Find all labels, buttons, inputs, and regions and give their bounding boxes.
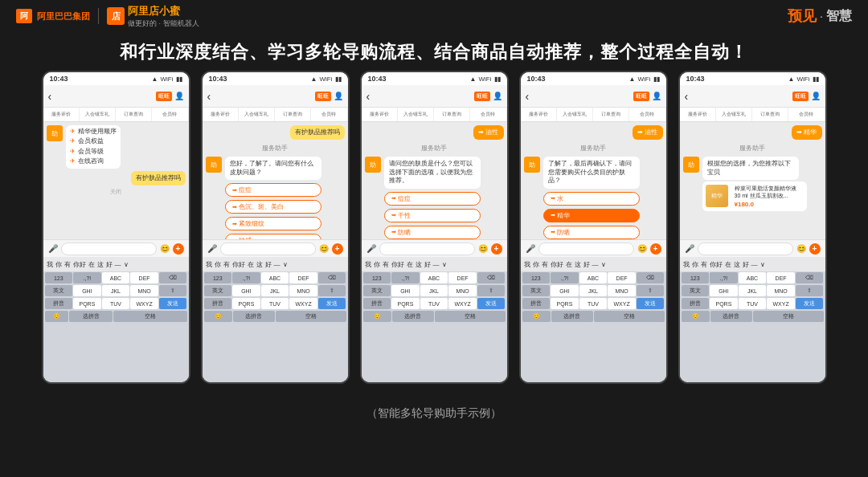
option-2-2[interactable]: 色沉、斑、美白 — [225, 200, 321, 214]
time-4: 10:43 — [527, 75, 546, 83]
option-2-3[interactable]: 紧致细纹 — [225, 217, 321, 230]
emoji-icon-2[interactable]: 😊 — [319, 244, 329, 253]
option-3-2[interactable]: 干性 — [384, 209, 481, 222]
user-select-3: ➡ 油性 — [365, 125, 504, 140]
kb-tuv-1[interactable]: TUV — [102, 298, 130, 309]
back-icon-3[interactable]: ‹ — [366, 90, 371, 103]
bot-avatar-2: 助 — [206, 157, 222, 173]
option-2-1[interactable]: 痘痘 — [225, 183, 321, 197]
quick-words-4: 我 你 有 你好 在 这 好 — ∨ — [521, 257, 666, 271]
bot-bubble-2: 您好，了解了。请问您有什么皮肤问题？ — [225, 157, 321, 180]
plus-icon-1[interactable]: + — [173, 243, 184, 255]
status-bar-5: 10:43 ▲WiFi▮▮ — [680, 72, 825, 85]
brand-sub: 做更好的 · 智能机器人 — [128, 18, 199, 29]
input-box-5[interactable] — [698, 243, 793, 255]
kb-wxyz-1[interactable]: WXYZ — [130, 298, 158, 309]
voice-icon-3[interactable]: 🎤 — [366, 244, 376, 253]
kb-pqrs-1[interactable]: PQRS — [73, 298, 101, 309]
chat-header-1: ‹ 旺旺 👤 — [43, 85, 189, 108]
tab-bar-3[interactable]: 服务评价 入会锤车礼 订单查询 会员特 — [362, 108, 507, 122]
chat-content-1: 助 ✈ 精华使用顺序 ✈ 会员权益 — [43, 122, 189, 239]
option-2-4[interactable]: 敏感 — [225, 234, 321, 239]
user-selection-3: ➡ 油性 — [473, 125, 503, 140]
keyboard-1: 123 .,?! ABC DEF ⌫ 英文 GHI JKL MNO ⇧ — [43, 271, 189, 382]
keyboard-2: 123 .,?! ABC DEF ⌫ 英文 GHI JKL MNO ⇧ — [203, 271, 348, 382]
header-left: 阿 阿里巴巴集团 店 阿里店小蜜 做更好的 · 智能机器人 — [16, 4, 199, 29]
tab-bar-1[interactable]: 服务评价 入会锤车礼 订单查询 会员特 — [43, 108, 189, 122]
main-title: 和行业深度结合、学习多轮导购流程、结合商品自动推荐，整个过程全自动！ — [0, 32, 868, 71]
product-card-5[interactable]: 精华 榨菜可果脂活复颜精华液 30 ml 丝瓜玉肌割改... ¥180.0 — [702, 181, 807, 211]
back-icon-5[interactable]: ‹ — [685, 90, 689, 103]
kb-def-1[interactable]: DEF — [130, 272, 158, 283]
phone-3: 10:43 ▲WiFi▮▮ ‹ 旺旺 👤 服务评价 入会锤车礼 — [360, 71, 509, 384]
plus-icon-4[interactable]: + — [650, 243, 661, 255]
dot-separator: · — [820, 10, 823, 22]
back-icon-2[interactable]: ‹ — [207, 90, 211, 103]
phone-4-wrapper: 10:43 ▲WiFi▮▮ ‹ 旺旺 👤 服务评价 入会锤车礼 — [516, 71, 670, 400]
option-3-1[interactable]: 痘痘 — [384, 192, 481, 206]
voice-icon-2[interactable]: 🎤 — [207, 244, 217, 253]
plus-icon-2[interactable]: + — [332, 243, 343, 255]
tab-bar-4[interactable]: 服务评价 入会锤车礼 订单查询 会员特 — [521, 108, 666, 122]
voice-icon-5[interactable]: 🎤 — [685, 244, 694, 253]
user-icon-1: 👤 — [174, 92, 184, 101]
plus-icon-3[interactable]: + — [491, 243, 502, 255]
tab-bar-2[interactable]: 服务评价 入会锤车礼 订单查询 会员特 — [203, 108, 348, 122]
emoji-icon-3[interactable]: 😊 — [478, 244, 488, 253]
tab-bar-5[interactable]: 服务评价 入会锤车礼 订单查询 会员特 — [680, 108, 825, 122]
emoji-icon-1[interactable]: 😊 — [160, 244, 170, 253]
menu-item-1[interactable]: 精华使用顺序 — [78, 128, 117, 136]
kb-jkl-1[interactable]: JKL — [102, 285, 130, 296]
user-selection-4: ➡ 油性 — [633, 125, 662, 140]
user-selection-5: ➡ 精华 — [792, 125, 821, 140]
user-icon-2: 👤 — [334, 92, 343, 101]
input-area-3: 🎤 😊 + — [362, 239, 507, 257]
kb-del-1[interactable]: ⌫ — [159, 272, 187, 283]
chat-header-3: ‹ 旺旺 👤 — [362, 85, 507, 108]
tab-gift-1[interactable]: 入会锤车礼 — [80, 108, 116, 121]
kb-shift-1[interactable]: ⇧ — [159, 285, 187, 296]
tab-member-1[interactable]: 会员特 — [152, 108, 188, 121]
chat-content-3: ➡ 油性 服务助手 助 请问您的肤质是什么？您可以选择下面的选项，以便我为您推荐… — [362, 122, 507, 239]
kb-123-1[interactable]: 123 — [45, 272, 73, 283]
kb-abc-1[interactable]: ABC — [102, 272, 130, 283]
back-icon-1[interactable]: ‹ — [48, 90, 52, 103]
quick-words-5: 我 你 有 你好 在 这 好 — ∨ — [680, 257, 825, 271]
kb-select-pinyin-1[interactable]: 选拼音 — [69, 311, 113, 322]
user-bubble-1: 有护肤品推荐吗 — [131, 171, 186, 186]
kb-mno-1[interactable]: MNO — [130, 285, 158, 296]
kb-emoji-btn-1[interactable]: 😊 — [45, 311, 68, 322]
chat-content-5: ➡ 精华 服务助手 助 根据您的选择，为您推荐以下宝贝 — [680, 122, 825, 239]
input-box-4[interactable] — [538, 243, 634, 255]
kb-punct-1[interactable]: .,?! — [73, 272, 101, 283]
menu-item-3[interactable]: 会员等级 — [78, 148, 104, 156]
kb-send-1[interactable]: 发送 — [159, 298, 187, 309]
status-bar-2: 10:43 ▲WiFi▮▮ — [203, 72, 348, 85]
voice-icon-4[interactable]: 🎤 — [526, 244, 535, 253]
input-box-2[interactable] — [220, 243, 316, 255]
kb-space-1[interactable]: 空格 — [113, 311, 186, 322]
option-4-1[interactable]: 水 — [543, 192, 640, 206]
option-3-3[interactable]: 防晒 — [384, 226, 481, 239]
bot-bubble-5: 根据您的选择，为您推荐以下宝贝 — [702, 157, 799, 180]
plus-icon-5[interactable]: + — [809, 243, 821, 255]
menu-item-2[interactable]: 会员权益 — [78, 137, 104, 145]
kb-pinyin-1[interactable]: 拼音 — [45, 298, 73, 309]
voice-icon-1[interactable]: 🎤 — [48, 244, 58, 253]
input-box-3[interactable] — [379, 243, 475, 255]
tab-service-1[interactable]: 服务评价 — [43, 108, 80, 121]
emoji-icon-4[interactable]: 😊 — [637, 244, 647, 253]
back-icon-4[interactable]: ‹ — [526, 90, 530, 103]
tab-order-1[interactable]: 订单查询 — [116, 108, 152, 121]
product-name-5: 榨菜可果脂活复颜精华液 30 ml 丝瓜玉肌割改... — [735, 185, 804, 199]
kb-ghi-1[interactable]: GHI — [73, 285, 101, 296]
alibaba-icon: 阿 — [16, 9, 32, 23]
menu-item-4[interactable]: 在线咨询 — [78, 157, 104, 165]
status-icons-2: ▲WiFi▮▮ — [311, 75, 342, 83]
option-4-2[interactable]: 精华 — [543, 209, 640, 222]
option-4-3[interactable]: 防晒 — [543, 226, 640, 239]
kb-lang-1[interactable]: 英文 — [45, 285, 73, 296]
input-box-1[interactable] — [61, 243, 157, 255]
emoji-icon-5[interactable]: 😊 — [796, 244, 806, 253]
user-icon-3: 👤 — [493, 92, 502, 101]
